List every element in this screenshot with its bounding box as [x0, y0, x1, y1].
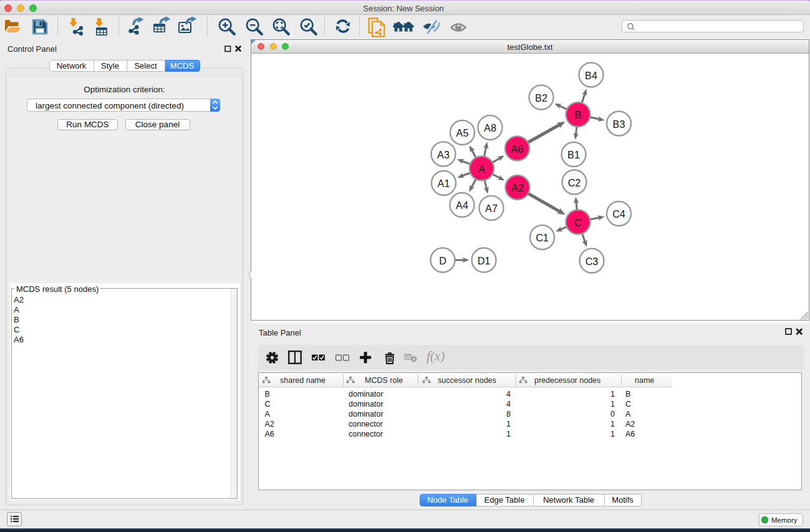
svg-text:B: B [575, 109, 582, 120]
svg-text:C3: C3 [586, 256, 599, 267]
svg-text:B2: B2 [535, 92, 547, 104]
svg-text:A6: A6 [511, 143, 524, 155]
svg-text:A5: A5 [456, 127, 469, 138]
svg-text:B1: B1 [567, 149, 580, 160]
svg-text:C2: C2 [568, 177, 581, 188]
svg-text:A: A [478, 163, 485, 175]
svg-text:D1: D1 [478, 255, 491, 266]
svg-text:A2: A2 [511, 182, 524, 193]
svg-text:B3: B3 [613, 118, 625, 130]
svg-text:A1: A1 [438, 178, 450, 189]
svg-text:C4: C4 [612, 208, 625, 220]
svg-text:D: D [439, 255, 446, 266]
svg-text:A7: A7 [485, 203, 498, 214]
svg-text:B4: B4 [585, 70, 597, 81]
svg-text:A4: A4 [456, 200, 468, 211]
svg-text:C1: C1 [536, 232, 549, 243]
svg-text:A8: A8 [484, 122, 496, 133]
svg-text:A3: A3 [437, 149, 450, 160]
svg-text:C: C [574, 217, 582, 228]
